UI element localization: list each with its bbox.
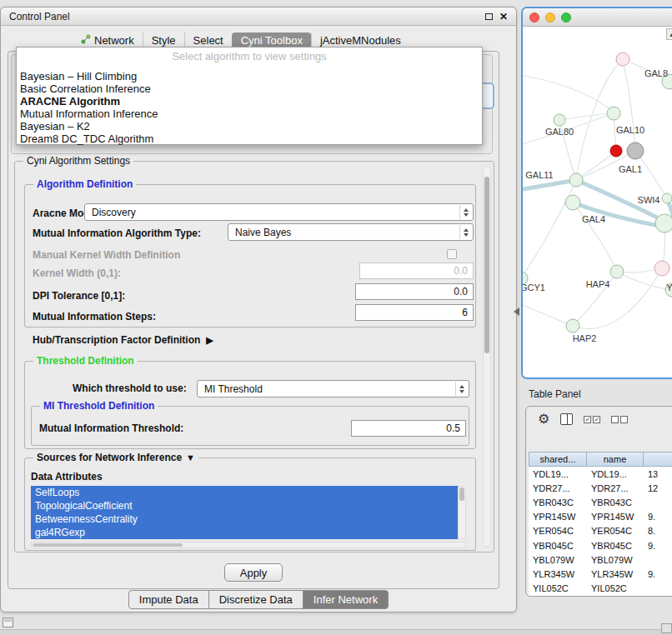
tab-jactivemnodules[interactable]: jActiveMNodules (311, 32, 409, 48)
network-window-titlebar[interactable] (523, 8, 672, 27)
desktop: { "window": { "title": "Control Panel" }… (0, 0, 672, 635)
algorithm-option[interactable]: Bayesian – K2 (17, 120, 482, 132)
attributes-list[interactable]: SelfLoopsTopologicalCoefficientBetweenne… (31, 486, 458, 539)
tab-style[interactable]: Style (143, 32, 184, 48)
apply-button[interactable]: Apply (224, 563, 283, 582)
bottom-tab-discretize-data[interactable]: Discretize Data (208, 590, 303, 609)
manual-kernel-checkbox[interactable] (447, 249, 457, 259)
network-node[interactable] (627, 142, 644, 159)
table-cell: YPR145W (529, 512, 587, 522)
column-header[interactable] (644, 452, 672, 467)
network-node[interactable] (565, 195, 580, 210)
close-icon[interactable]: ✕ (499, 12, 508, 22)
table-row[interactable]: YER054CYER054C8. (529, 524, 672, 538)
columns-icon[interactable] (560, 413, 573, 425)
algorithm-option[interactable]: Bayesian – Hill Climbing (17, 70, 482, 82)
table-cell: YBL079W (587, 555, 644, 565)
algorithm-placeholder: Select algorithm to view settings (17, 50, 482, 63)
algorithm-option[interactable]: Basic Correlation Inference (17, 82, 482, 95)
column-header[interactable]: shared... (529, 452, 587, 467)
tab-label: Network (94, 34, 134, 47)
attribute-item[interactable]: gal4RGexp (31, 526, 458, 539)
attribute-item[interactable]: SelfLoops (31, 486, 458, 499)
settings-group-title: Cyni Algorithm Settings (23, 155, 133, 167)
algorithm-option[interactable]: Mutual Information Inference (17, 108, 482, 120)
attributes-hscrollbar[interactable] (31, 542, 466, 548)
attributes-hscroll-thumb[interactable] (33, 543, 183, 547)
algorithm-option[interactable]: Dream8 DC_TDC Algorithm (17, 132, 482, 145)
scroll-up-icon[interactable]: ▲ (666, 28, 672, 40)
mi-type-select[interactable]: Naive Bayes (228, 223, 474, 241)
tab-select[interactable]: Select (184, 32, 232, 48)
deselect-all-icon[interactable] (611, 416, 628, 423)
hub-definition-label: Hub/Transcription Factor Definition (33, 334, 200, 346)
zoom-traffic-light-icon[interactable] (561, 12, 571, 22)
mi-threshold-field[interactable]: 0.5 (351, 420, 466, 437)
control-panel-titlebar[interactable]: Control Panel ✕ (1, 8, 516, 26)
split-collapse-arrow-icon[interactable] (514, 308, 519, 316)
network-canvas[interactable]: GAL80GAL10GAL11GAL1SWI4GAL4GCY1HAP4HAP2G… (523, 27, 672, 378)
table-row[interactable]: YBR045CYBR045C9. (529, 538, 672, 552)
table-cell: YBR045C (587, 541, 644, 551)
dpi-tolerance-field[interactable]: 0.0 (355, 283, 474, 300)
table-cell: YDR27... (529, 483, 587, 493)
table-row[interactable]: YDL19...YDL19...13 (529, 467, 672, 481)
aracne-mode-select[interactable]: Discovery (84, 203, 474, 221)
network-node[interactable] (616, 52, 629, 66)
table-cell: 12 (644, 483, 672, 493)
checked-box-icon: ✓ (584, 416, 591, 423)
sources-title-text: Sources for Network Inference (37, 452, 182, 463)
gear-icon[interactable]: ⚙ (538, 412, 549, 426)
table-cell: 13 (644, 469, 672, 479)
table-row[interactable]: YDR27...YDR27...12 (529, 481, 672, 495)
algorithm-option[interactable]: ARACNE Algorithm (17, 95, 482, 108)
network-node[interactable] (566, 319, 579, 332)
settings-scrollbar-thumb[interactable] (484, 177, 489, 353)
tab-network[interactable]: Network (73, 32, 143, 48)
attributes-vscrollbar[interactable] (458, 486, 466, 539)
attributes-vscroll-thumb[interactable] (459, 488, 464, 501)
network-node[interactable] (610, 265, 624, 278)
float-window-icon[interactable] (485, 13, 493, 20)
network-node[interactable] (654, 261, 669, 276)
network-node[interactable] (569, 173, 583, 187)
table-cell: YIL052C (529, 583, 587, 593)
minimize-traffic-light-icon[interactable] (545, 12, 555, 22)
table-cell: YBR045C (529, 541, 587, 551)
table-row[interactable]: YPR145WYPR145W9. (529, 510, 672, 524)
table-row[interactable]: YIL052CYIL052C (529, 582, 672, 596)
network-node[interactable] (610, 145, 622, 157)
attribute-item[interactable]: TopologicalCoefficient (31, 499, 458, 512)
column-header[interactable]: name (587, 452, 644, 467)
hub-definition-toggle[interactable]: Hub/Transcription Factor Definition ▶ (33, 334, 213, 346)
table-row[interactable]: YBR043CYBR043C (529, 495, 672, 509)
network-edge (576, 151, 616, 180)
table-row[interactable]: YBL079WYBL079W (529, 552, 672, 567)
tab-cyni-toolbox[interactable]: Cyni Toolbox (232, 32, 311, 48)
settings-scrollbar[interactable] (483, 166, 491, 548)
select-all-icon[interactable]: ✓ ✓ (584, 416, 600, 423)
which-threshold-select[interactable]: MI Threshold (197, 380, 469, 398)
table-row[interactable]: YLR345WYLR345W9. (529, 567, 672, 581)
window-buttons: ✕ (485, 12, 508, 22)
bottom-tab-impute-data[interactable]: Impute Data (128, 590, 209, 609)
network-node[interactable] (662, 193, 672, 203)
network-node[interactable] (655, 214, 672, 232)
bottom-tab-infer-network[interactable]: Infer Network (303, 590, 389, 609)
corner-grip-icon[interactable] (661, 623, 672, 633)
kernel-width-field[interactable]: 0.0 (359, 262, 474, 279)
sources-group-title[interactable]: Sources for Network Inference ▼ (33, 452, 198, 463)
node-label: HAP4 (586, 279, 610, 289)
which-threshold-label: Which threshold to use: (73, 382, 187, 394)
attribute-item[interactable]: BetweennessCentrality (31, 512, 458, 526)
mi-steps-field[interactable]: 6 (355, 304, 474, 321)
table-cell: YER054C (529, 526, 587, 536)
collapsed-panel-icon[interactable] (3, 618, 13, 628)
node-label: GCY1 (523, 282, 545, 292)
network-node[interactable] (607, 107, 620, 120)
close-traffic-light-icon[interactable] (529, 12, 539, 22)
node-label: HAP2 (573, 333, 597, 343)
combo-stepper-icon (459, 225, 472, 239)
bottom-panel-strip (0, 629, 672, 635)
network-node[interactable] (554, 114, 565, 126)
